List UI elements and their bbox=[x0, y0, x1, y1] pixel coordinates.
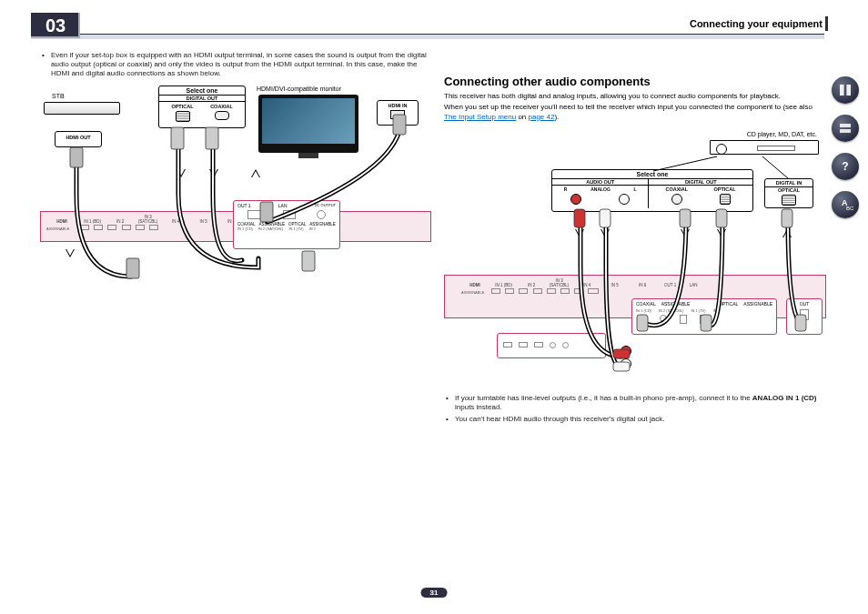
panel-port-label: IN 1 (BD) bbox=[80, 219, 106, 224]
svg-rect-6 bbox=[302, 251, 315, 271]
select-one-callout: Select one DIGITAL OUT OPTICAL COAXIAL bbox=[158, 86, 246, 128]
hdmi-port-icon bbox=[80, 225, 89, 230]
front-jack-icon bbox=[562, 342, 569, 348]
opt-out-jack-icon bbox=[800, 309, 809, 320]
panel-lan-label: LAN bbox=[685, 283, 701, 287]
svg-line-8 bbox=[762, 156, 788, 178]
zoom-sub-port: IN 1 (CD) bbox=[237, 226, 253, 231]
glossary-icon[interactable]: ABC bbox=[832, 191, 859, 218]
link-page-42[interactable]: page 42 bbox=[529, 113, 555, 121]
zoom-lan-label: LAN bbox=[278, 203, 288, 208]
front-port-icon bbox=[503, 342, 512, 347]
svg-rect-10 bbox=[600, 209, 611, 227]
book-icon[interactable] bbox=[832, 76, 859, 104]
zoom-sub-port: IN 2 (SAT/CBL) bbox=[258, 226, 284, 231]
hdmi-out-label: HDMI OUT bbox=[56, 132, 101, 140]
link-input-setup-menu[interactable]: The Input Setup menu bbox=[444, 113, 516, 121]
rca-red-port-icon bbox=[570, 194, 581, 205]
coaxial-label: COAXIAL bbox=[652, 186, 701, 192]
hdmi-in-callout: HDMI IN bbox=[377, 100, 419, 126]
arrow-down-icon bbox=[177, 169, 186, 177]
device-icon[interactable] bbox=[832, 115, 859, 142]
svg-rect-20 bbox=[840, 129, 851, 133]
hdmi-out-callout: HDMI OUT bbox=[55, 131, 102, 147]
monitor-label: HDMI/DVI-compatible monitor bbox=[257, 86, 341, 92]
coaxial-label: COAXIAL bbox=[202, 104, 241, 109]
zoom-sub-port: IN 1 (CD) bbox=[636, 308, 651, 313]
section-title: Connecting your equipment bbox=[690, 18, 823, 29]
hdmi-port-icon bbox=[505, 288, 514, 294]
note-item: Even if your set-top box is equipped wit… bbox=[51, 51, 431, 78]
rca-input-target bbox=[615, 344, 637, 380]
rca-white-jack-icon bbox=[621, 358, 631, 369]
note-bold: ANALOG IN 1 (CD) bbox=[752, 394, 817, 402]
zoom-assignable-label: ASSIGNABLE bbox=[743, 301, 772, 307]
digital-out-label: DIGITAL OUT bbox=[649, 179, 752, 186]
optical-label: OPTICAL bbox=[765, 187, 812, 193]
body-text: This receiver has both digital and analo… bbox=[444, 92, 826, 101]
zoom-coaxial-label: COAXIAL bbox=[636, 301, 656, 307]
rca-white-port-icon bbox=[619, 194, 630, 205]
hdmi-in-label: HDMI IN bbox=[378, 101, 418, 108]
monitor-screen bbox=[262, 98, 355, 144]
panel-port-label: OUT 1 bbox=[658, 283, 683, 287]
opt-jack-icon bbox=[680, 315, 687, 324]
receiver-out-zoom: OUT bbox=[786, 298, 823, 335]
zoom-optical-label: OPTICAL bbox=[719, 301, 738, 307]
audio-out-label: AUDIO OUT bbox=[552, 179, 648, 186]
body-text-span: ). bbox=[554, 113, 559, 121]
right-column: Connecting other audio components This r… bbox=[444, 75, 826, 427]
panel-port-label: IN 4 bbox=[163, 219, 188, 224]
panel-port-label: IN 6 bbox=[630, 283, 655, 287]
coax-jack-icon bbox=[660, 315, 667, 322]
hdmi-out-port-icon bbox=[247, 210, 262, 219]
panel-port-label: IN 1 (BD) bbox=[491, 283, 517, 287]
hdmi-in-port-icon bbox=[390, 110, 405, 119]
optical-label: OPTICAL bbox=[701, 186, 749, 192]
lan-port-icon bbox=[588, 288, 599, 294]
svg-rect-0 bbox=[70, 147, 83, 167]
note-text: inputs instead. bbox=[455, 403, 502, 411]
hdmi-port-icon bbox=[491, 288, 500, 294]
panel-hdmi-label: HDMI bbox=[461, 283, 489, 287]
select-one-title: Select one bbox=[159, 86, 245, 95]
coaxial-port-icon bbox=[215, 111, 229, 120]
diagram-audio-component: CD player, MD, DAT, etc. Select one AUDI… bbox=[444, 129, 826, 388]
zoom-sub-port: IN 1 (TV) bbox=[691, 308, 705, 313]
hdmi-port-icon bbox=[560, 288, 570, 294]
hdmi-port-icon bbox=[107, 225, 116, 230]
panel-assignable-label: ASSIGNABLE bbox=[46, 226, 77, 231]
panel-assignable-label: ASSIGNABLE bbox=[461, 290, 489, 295]
panel-port-label: IN 2 bbox=[519, 283, 544, 287]
arrow-down-icon bbox=[209, 169, 218, 177]
receiver-front-zoom bbox=[497, 333, 606, 358]
arrow-down-icon bbox=[601, 229, 610, 237]
heading-other-audio: Connecting other audio components bbox=[444, 75, 826, 88]
note-text: If your turntable has line-level outputs… bbox=[455, 394, 752, 402]
body-text: When you set up the receiver you'll need… bbox=[444, 103, 826, 122]
cd-player-device bbox=[710, 140, 819, 155]
digital-in-label: DIGITAL IN bbox=[765, 179, 812, 187]
hdmi-port-icon bbox=[533, 288, 542, 294]
select-one-title: Select one bbox=[552, 170, 752, 178]
coaxial-port-icon bbox=[671, 194, 682, 205]
arrow-down-icon bbox=[717, 229, 726, 237]
page-number: 31 bbox=[421, 588, 448, 598]
help-icon[interactable]: ? bbox=[832, 153, 859, 180]
svg-rect-19 bbox=[840, 124, 851, 127]
note-item: If your turntable has line-level outputs… bbox=[455, 394, 826, 412]
hdmi-port-icon bbox=[136, 225, 145, 230]
rca-red-jack-icon bbox=[621, 346, 631, 357]
svg-rect-12 bbox=[716, 209, 727, 227]
svg-rect-1 bbox=[171, 127, 184, 149]
zoom-sub-port: IN 2 bbox=[713, 308, 720, 313]
hdmi-port-icon bbox=[547, 288, 556, 294]
panel-port-label: IN 3 (SAT/CBL) bbox=[136, 215, 161, 224]
note-item: You can't hear HDMI audio through this r… bbox=[455, 415, 826, 424]
lan-port-icon bbox=[283, 210, 296, 219]
body-text-span: on bbox=[516, 113, 528, 121]
zoom-out1-label: OUT 1 bbox=[237, 203, 251, 208]
digital-in-callout: DIGITAL IN OPTICAL bbox=[764, 178, 813, 208]
svg-text:BC: BC bbox=[846, 206, 853, 211]
panel-port-label: IN 4 bbox=[574, 283, 600, 287]
